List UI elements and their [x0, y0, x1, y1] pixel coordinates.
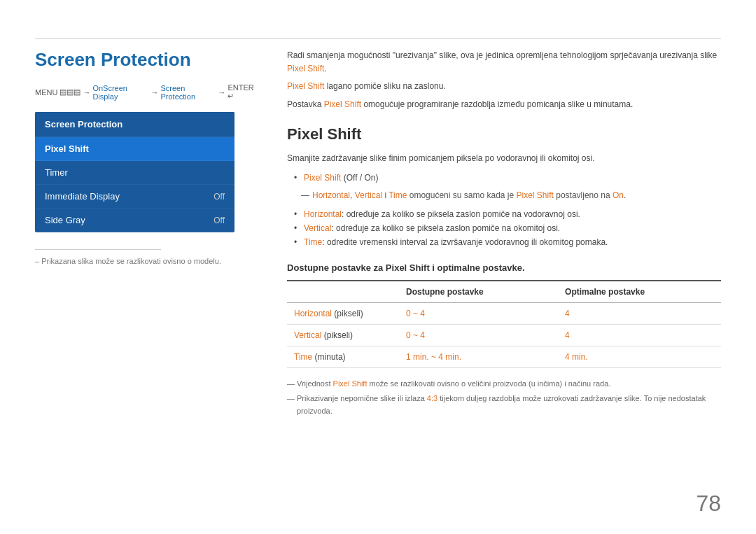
bc-arrow-2: →: [150, 88, 158, 97]
table-cell-available: 1 min. ~ 4 min.: [399, 346, 558, 367]
table-cell-optimal: 4: [558, 302, 721, 324]
menu-header: Screen Protection: [35, 112, 234, 137]
page-number: 78: [696, 491, 721, 517]
menu-item-timer[interactable]: Timer: [35, 161, 234, 185]
bullet-list-details: Horizontal: određuje za koliko se piksel…: [294, 207, 721, 250]
h-ps-fn: Pixel Shift: [333, 379, 368, 388]
highlight: Pixel Shift: [304, 173, 341, 183]
highlight-pixel-shift: Pixel Shift: [287, 64, 324, 73]
sub-bullet-item: Horizontal, Vertical i Time omogućeni su…: [301, 189, 721, 202]
intro-line-2: Pixel Shift lagano pomiče sliku na zaslo…: [287, 80, 721, 93]
h-time-cell: Time: [294, 352, 312, 362]
h-horiz-cell: Horizontal: [294, 309, 332, 318]
bullet-time: Time: odredite vremenski interval za izv…: [294, 235, 721, 249]
table-col-optimal: Optimalne postavke: [558, 281, 721, 303]
h-vert-cell: Vertical: [294, 330, 321, 340]
menu-item-label: Pixel Shift: [45, 143, 89, 154]
content-wrapper: Screen Protection MENU ▤▤▤ → OnScreen Di…: [35, 42, 721, 420]
table-title: Dostupne postavke za Pixel Shift i optim…: [287, 262, 721, 273]
h-time2: Time: [304, 237, 322, 247]
table-footnote-1: Vrijednost Pixel Shift može se razlikova…: [287, 378, 721, 391]
menu-item-value: Off: [214, 216, 225, 225]
left-column: Screen Protection MENU ▤▤▤ → OnScreen Di…: [35, 42, 259, 420]
highlight-pixel-shift-2: Pixel Shift: [287, 81, 324, 91]
section-desc: Smanjite zadržavanje slike finim pomican…: [287, 152, 721, 165]
menu-item-label: Side Gray: [45, 215, 85, 225]
menu-item-immediate-display[interactable]: Immediate Display Off: [35, 185, 234, 209]
menu-item-label: Timer: [45, 167, 68, 178]
bc-item-1[interactable]: OnScreen Display: [92, 84, 148, 101]
bullet-item-pixel-shift: Pixel Shift (Off / On): [294, 171, 721, 185]
table-col-available: Dostupne postavke: [399, 281, 558, 303]
table-cell-label: Time (minuta): [287, 346, 399, 367]
menu-item-side-gray[interactable]: Side Gray Off: [35, 209, 234, 232]
table-row: Time (minuta) 1 min. ~ 4 min. 4 min.: [287, 346, 721, 367]
h-43: 4:3: [427, 394, 438, 402]
data-table: Dostupne postavke Optimalne postavke Hor…: [287, 280, 721, 368]
breadcrumb: MENU ▤▤▤ → OnScreen Display → Screen Pro…: [35, 83, 259, 101]
table-cell-label: Horizontal (pikseli): [287, 302, 399, 324]
h-pixelshift: Pixel Shift: [517, 190, 554, 200]
h-vertical: Vertical: [355, 190, 382, 200]
table-cell-optimal: 4 min.: [558, 346, 721, 367]
highlight-pixel-shift-3: Pixel Shift: [324, 99, 361, 109]
footnote-text: – Prikazana slika može se razlikovati ov…: [35, 257, 259, 265]
table-col-label: [287, 281, 399, 303]
page-title: Screen Protection: [35, 49, 259, 71]
bullet-horizontal: Horizontal: određuje za koliko se piksel…: [294, 207, 721, 221]
menu-item-value: Off: [214, 192, 225, 202]
h-horiz: Horizontal: [304, 209, 342, 219]
table-footnote-2: Prikazivanje nepomične slike ili izlaza …: [287, 393, 721, 417]
table-cell-available: 0 ~ 4: [399, 302, 558, 324]
page-container: Screen Protection MENU ▤▤▤ → OnScreen Di…: [0, 0, 756, 534]
footnote-divider: [35, 249, 161, 250]
table-cell-available: 0 ~ 4: [399, 324, 558, 346]
menu-icon: MENU: [35, 88, 57, 97]
menu-item-label: Immediate Display: [45, 191, 120, 202]
bc-item-2[interactable]: Screen Protection: [160, 84, 216, 101]
menu-symbol: ▤▤▤: [59, 87, 80, 97]
intro-line-3: Postavka Pixel Shift omogućuje programir…: [287, 98, 721, 111]
table-header-row: Dostupne postavke Optimalne postavke: [287, 281, 721, 303]
intro-line-1: Radi smanjenja mogućnosti "urezivanja" s…: [287, 49, 721, 76]
table-cell-label: Vertical (pikseli): [287, 324, 399, 346]
bc-arrow-1: →: [83, 88, 90, 97]
table-footnotes: Vrijednost Pixel Shift može se razlikova…: [287, 378, 721, 418]
menu-box: Screen Protection Pixel Shift Timer Imme…: [35, 112, 234, 232]
bullet-list-main: Pixel Shift (Off / On): [294, 171, 721, 185]
bc-arrow-3: →: [218, 88, 225, 97]
sub-bullet-list: Horizontal, Vertical i Time omogućeni su…: [301, 189, 721, 202]
section-title: Pixel Shift: [287, 125, 721, 143]
h-time: Time: [388, 190, 407, 200]
table-row: Vertical (pikseli) 0 ~ 4 4: [287, 324, 721, 346]
bc-enter: ENTER ↵: [227, 83, 259, 101]
bullet-vertical: Vertical: određuje za koliko se piksela …: [294, 221, 721, 235]
h-vert: Vertical: [304, 223, 331, 233]
table-row: Horizontal (pikseli) 0 ~ 4 4: [287, 302, 721, 324]
table-cell-optimal: 4: [558, 324, 721, 346]
menu-item-pixel-shift[interactable]: Pixel Shift: [35, 137, 234, 161]
right-column: Radi smanjenja mogućnosti "urezivanja" s…: [287, 42, 721, 420]
h-horizontal: Horizontal: [312, 190, 350, 200]
h-on: On: [612, 190, 624, 200]
top-divider: [35, 38, 721, 39]
